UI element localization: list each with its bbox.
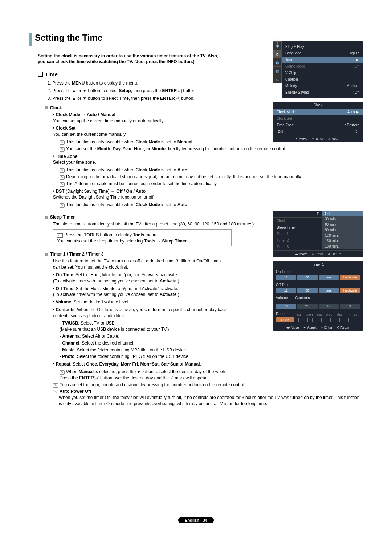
repeat-note-text: When Manual is selected, press the ►butt… <box>60 369 226 380</box>
clock-row: DST: Off <box>273 129 363 135</box>
popup-option: 60 min. <box>322 222 363 227</box>
number-buttons-note: ✎You can set the hour, minute and channe… <box>53 382 363 388</box>
auto-power-off: ✎Auto Power OffWhen you set the timer On… <box>53 388 363 407</box>
sleep-timer-popup: Off30 min.60 min.90 min.120 min.150 min.… <box>322 211 363 249</box>
clock-set-desc: You can set the current time manually. <box>53 132 127 137</box>
timer-heading-label: Timer 1 / Timer 2 / Timer 3 <box>50 252 103 257</box>
tz-note1: ✎This function is only available when Cl… <box>60 167 363 173</box>
clock-set-note2: ✎You can set the Month, Day, Year, Hour,… <box>60 146 363 152</box>
setup-row: Plug & Play <box>282 44 363 50</box>
timer-btn: 12 <box>276 275 296 280</box>
timer-btn: 10 <box>276 304 296 309</box>
clock-mode-label: Clock Mode → Auto / Manual <box>56 112 115 117</box>
time-menu-screenshot: Ti ClockSleep Timer: OffTimer 1Timer 2Ti… <box>273 211 363 257</box>
setup-row: Energy Saving: Off <box>282 89 363 96</box>
tab-icon: ▭ <box>273 75 282 83</box>
clock-row: Time Zone: Eastern <box>273 122 363 129</box>
tz-note2-text: Depending on the broadcast station and s… <box>66 174 302 179</box>
clock-set-label: Clock Set <box>56 126 76 131</box>
dst-label: DST (Daylight Saving Time) → Off / On / … <box>56 189 146 194</box>
setup-row: V-Chip <box>282 70 363 76</box>
timer-btn: 00 <box>297 288 318 293</box>
sleep-tools-note: ▭Press the TOOLS button to display Tools… <box>53 229 232 247</box>
timezone-label: Time Zone <box>56 154 78 159</box>
tab-setup-icon: ✿ <box>273 50 282 58</box>
timer-btn: 12 <box>276 288 296 293</box>
day-checkbox <box>353 318 358 322</box>
intro-text: Setting the clock is necessary in order … <box>38 53 219 65</box>
day-checkbox <box>344 318 349 322</box>
auto-power-desc: When you set the timer On, the televisio… <box>59 395 363 407</box>
ontime-label: On Time <box>276 270 360 274</box>
vol-label: Volume <box>276 296 288 300</box>
sleep-tools-text: Press the TOOLS button to display Tools … <box>57 232 188 244</box>
clock-mode-desc: You can set up the current time manually… <box>53 118 164 123</box>
clock-menu-title: Clock <box>273 102 363 109</box>
repeat-note: ✎When Manual is selected, press the ►but… <box>60 369 363 381</box>
popup-option: 30 min. <box>322 216 363 222</box>
timer-btn: 00 <box>297 275 318 280</box>
contents-item: • Contents: When the On Time is activate… <box>53 307 227 319</box>
popup-option: 150 min. <box>322 238 363 244</box>
tz-note3-text: The Antenna or cable must be connected i… <box>66 181 217 186</box>
repeat-item: • Repeat: Select Once, Everyday, Mon~Fri… <box>53 361 363 367</box>
channel-text: Channel: Select the desired channel. <box>62 341 134 346</box>
timer-screenshots: Ti ClockSleep Timer: OffTimer 1Timer 2Ti… <box>273 211 363 331</box>
clock-row: Clock Mode: Auto ► <box>273 109 363 115</box>
setup-side-label: Setup <box>276 38 279 46</box>
contents-photo: - Photo: Select the folder containing JP… <box>60 354 363 360</box>
offtime-label: Off Time <box>276 283 360 287</box>
clock-menu-screenshot: Clock Clock Mode: Auto ►Clock SetTime Zo… <box>273 102 363 142</box>
dst-item: • DST (Daylight Saving Time) → Off / On … <box>53 188 363 201</box>
setup-row: Caption <box>282 76 363 83</box>
setup-side-tabs: ◉ ✿ ◐ ▤ ▭ <box>273 41 282 83</box>
page-number-badge: English - 34 <box>178 517 214 523</box>
volume-text: Volume: Set the desired volume level. <box>56 299 130 305</box>
tab-icon: ◐ <box>273 58 282 67</box>
ontime-text: On Time: Set the Hour, Minute, am/pm, an… <box>53 272 179 284</box>
setup-row: Melody: Medium <box>282 83 363 89</box>
setup-row: Language: English <box>282 50 363 57</box>
timer-btn: Inactivate <box>340 288 360 293</box>
repeat-text: Repeat: Select Once, Everyday, Mon~Fri, … <box>56 362 201 367</box>
clock-set-note2-text: You can set the Month, Day, Year, Hour, … <box>66 146 286 151</box>
contents-channel: - Channel: Select the desired channel. <box>60 340 363 346</box>
popup-option: 180 min. <box>322 244 363 249</box>
tvusb-text: TV/USB: Select TV or USB.(Make sure that… <box>60 321 169 332</box>
timer-btn: am <box>319 288 339 293</box>
timer-desc: Use this feature to set the TV to turn o… <box>53 258 227 270</box>
title-accent-bar <box>29 33 32 46</box>
day-checkbox <box>317 318 322 322</box>
setup-menu-screenshot: ◉ ✿ ◐ ▤ ▭ Setup Plug & PlayLanguage: Eng… <box>282 41 363 98</box>
sleep-heading-label: Sleep Timer <box>50 215 75 220</box>
timer-btn: 3 <box>340 304 360 309</box>
tab-icon: ▤ <box>273 66 282 75</box>
day-checkbox <box>298 318 303 322</box>
setup-row: Time► <box>282 57 363 63</box>
clock-row: Clock Set <box>273 115 363 122</box>
tz-note2: ✎Depending on the broadcast station and … <box>60 174 363 180</box>
timer1-title: Timer 1 <box>273 261 363 268</box>
number-note-text: You can set the hour, minute and channel… <box>60 382 245 387</box>
setup-screenshots: ◉ ✿ ◐ ▤ ▭ Setup Plug & PlayLanguage: Eng… <box>273 41 363 146</box>
section-time-label: Time <box>45 71 58 77</box>
contents-text: Contents: When the On Time is activate, … <box>53 307 227 318</box>
tz-note3: ✎The Antenna or cable must be connected … <box>60 181 363 187</box>
dst-note: ✎This function is only available when Cl… <box>60 202 363 208</box>
tz-note1-text: This function is only available when Clo… <box>66 167 188 172</box>
con-label: Contents <box>295 296 310 300</box>
timer-btn: am <box>319 275 339 280</box>
day-checkbox <box>335 318 340 322</box>
page-title: Setting the Time <box>35 33 102 46</box>
contents-music: - Music: Select the folder containing MP… <box>60 347 363 353</box>
offtime-text: Off Time: Set the Hour, Minute, am/pm, a… <box>53 286 179 297</box>
clock-heading-label: Clock <box>50 105 62 110</box>
popup-option: Off <box>322 211 363 216</box>
page-footer: English - 34 <box>0 517 392 523</box>
popup-option: 90 min. <box>322 227 363 233</box>
setup-row: Game Mode: Off <box>282 63 363 70</box>
timezone-desc: Select your time zone. <box>53 160 96 165</box>
popup-option: 120 min. <box>322 233 363 238</box>
timezone-item: • Time ZoneSelect your time zone. <box>53 154 363 166</box>
repeat-once-btn: Once <box>276 317 294 322</box>
